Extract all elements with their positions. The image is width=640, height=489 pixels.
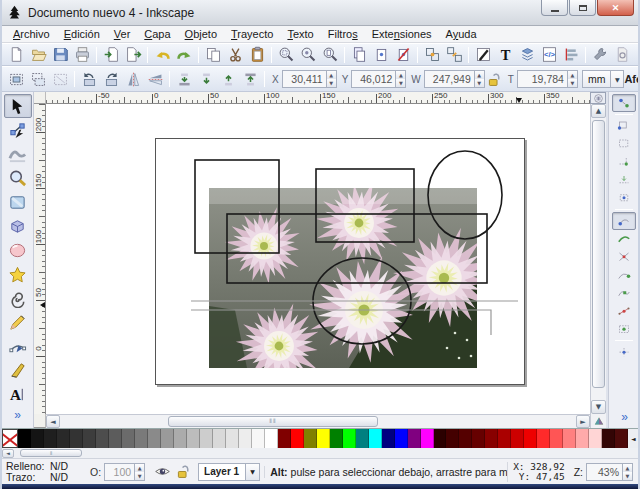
horizontal-scrollbar[interactable]: ◄ ⦀⦀ ►: [46, 414, 590, 428]
menu-filtros[interactable]: Filtros: [321, 27, 365, 41]
color-swatch-00ff00[interactable]: [343, 429, 356, 448]
lower-to-bottom-button[interactable]: [173, 69, 195, 89]
unlink-clone-button[interactable]: [392, 45, 414, 65]
color-swatch-e3e3e3[interactable]: [226, 429, 239, 448]
box-3d-tool[interactable]: [4, 214, 32, 238]
open-document-button[interactable]: [27, 45, 49, 65]
vertical-scroll-thumb[interactable]: [592, 120, 605, 388]
print-button[interactable]: [71, 45, 93, 65]
color-swatch-ee0000[interactable]: [524, 429, 537, 448]
x-input[interactable]: 30,411: [282, 70, 326, 88]
palette-scroll-left-arrow[interactable]: ◄: [2, 449, 14, 458]
layer-selector[interactable]: Layer 1 ▼: [198, 463, 260, 481]
menu-edicion[interactable]: Edición: [57, 27, 107, 41]
menu-ayuda[interactable]: Ayuda: [439, 27, 484, 41]
no-color-swatch[interactable]: [2, 429, 18, 448]
rotate-ccw-button[interactable]: [78, 69, 100, 89]
color-swatch-3d3d3d[interactable]: [83, 429, 96, 448]
snap-enable-button[interactable]: [612, 94, 636, 112]
color-swatch-808000[interactable]: [304, 429, 317, 448]
color-swatch-ffffff[interactable]: [265, 429, 278, 448]
select-all-layers-button[interactable]: [27, 69, 49, 89]
unit-selector[interactable]: mm▼: [582, 70, 625, 88]
undo-button[interactable]: [151, 45, 173, 65]
palette-scrollbar[interactable]: ◄ ⦀: [2, 448, 638, 458]
scroll-left-arrow[interactable]: ◄: [46, 415, 60, 428]
color-swatch-ff5555[interactable]: [550, 429, 563, 448]
sticky-zoom-toggle[interactable]: [590, 92, 606, 104]
layer-lock-icon[interactable]: [175, 463, 192, 480]
snap-smooth-nodes-button[interactable]: [612, 284, 636, 302]
color-swatch-ff2a2a[interactable]: [537, 429, 550, 448]
color-swatch-880000[interactable]: [485, 429, 498, 448]
rotate-cw-button[interactable]: [100, 69, 122, 89]
color-swatch-cc0000[interactable]: [511, 429, 524, 448]
color-swatch-ff00ff[interactable]: [421, 429, 434, 448]
menu-trayecto[interactable]: Trayecto: [224, 27, 280, 41]
snap-paths-button[interactable]: [612, 230, 636, 248]
t-input[interactable]: 19,784: [517, 70, 567, 88]
layers-dialog-button[interactable]: [516, 45, 538, 65]
color-swatch-ff8080[interactable]: [563, 429, 576, 448]
canvas-viewport[interactable]: [46, 104, 590, 414]
layer-dropdown-arrow[interactable]: ▼: [245, 464, 259, 480]
snap-object-centers-button[interactable]: [612, 320, 636, 338]
selector-tool[interactable]: [4, 94, 32, 118]
raise-to-top-button[interactable]: [239, 69, 261, 89]
layer-visibility-eye-icon[interactable]: [154, 463, 171, 480]
menu-archivo[interactable]: Archivo: [6, 27, 57, 41]
y-input[interactable]: 46,012: [351, 70, 395, 88]
spinner[interactable]: ▲▼: [567, 70, 578, 88]
palette-scroll-thumb[interactable]: ⦀: [20, 449, 82, 457]
document-properties-button[interactable]: [611, 45, 633, 65]
color-swatch-292929[interactable]: [57, 429, 70, 448]
color-swatch-1f1f1f[interactable]: [44, 429, 57, 448]
horizontal-ruler[interactable]: -50050100150200250300350: [46, 92, 590, 104]
color-swatch-000000[interactable]: [18, 429, 31, 448]
import-button[interactable]: [100, 45, 122, 65]
close-button[interactable]: ✕: [597, 0, 634, 16]
menu-extensiones[interactable]: Extensiones: [365, 27, 439, 41]
scroll-up-arrow[interactable]: ▲: [591, 104, 606, 118]
flip-horizontal-button[interactable]: [122, 69, 144, 89]
new-document-button[interactable]: [5, 45, 27, 65]
ellipse-tool[interactable]: [4, 238, 32, 262]
color-swatch-141414[interactable]: [31, 429, 44, 448]
fill-stroke-indicator[interactable]: Relleno: N/D Trazo: N/D: [6, 461, 80, 483]
zoom-selection-button[interactable]: [275, 45, 297, 65]
flip-vertical-button[interactable]: [144, 69, 166, 89]
zoom-input[interactable]: 43%: [586, 463, 622, 481]
maximize-button[interactable]: [569, 0, 596, 16]
color-swatch-0000ff[interactable]: [395, 429, 408, 448]
spinner[interactable]: ▲▼: [474, 70, 485, 88]
color-swatch-ffd5d5[interactable]: [589, 429, 602, 448]
tweak-tool[interactable]: [4, 142, 32, 166]
color-swatch-bcbcbc[interactable]: [187, 429, 200, 448]
vertical-scrollbar[interactable]: ▲ ▼: [590, 104, 606, 414]
color-swatch-ffaaaa[interactable]: [576, 429, 589, 448]
document-page[interactable]: [155, 138, 525, 385]
color-swatch-6b6b6b[interactable]: [122, 429, 135, 448]
color-swatch-000080[interactable]: [382, 429, 395, 448]
color-swatch-330505[interactable]: [602, 429, 615, 448]
snap-bbox-edges-button[interactable]: [612, 135, 636, 153]
snap-cusp-nodes-button[interactable]: [612, 266, 636, 284]
color-swatch-aa0000[interactable]: [498, 429, 511, 448]
scroll-right-arrow[interactable]: ►: [576, 415, 590, 428]
snap-path-intersections-button[interactable]: [612, 248, 636, 266]
horizontal-scroll-thumb[interactable]: ⦀⦀: [168, 416, 378, 427]
fill-stroke-dialog-button[interactable]: [472, 45, 494, 65]
color-swatch-ababab[interactable]: [174, 429, 187, 448]
toolbox-overflow-chevron[interactable]: »: [14, 408, 21, 422]
color-swatch-ff0000[interactable]: [291, 429, 304, 448]
snap-bbox-centers-button[interactable]: [612, 189, 636, 207]
snap-bbox-button[interactable]: [612, 117, 636, 135]
snap-midpoints-button[interactable]: [612, 302, 636, 320]
color-swatch-9a9a9a[interactable]: [161, 429, 174, 448]
calligraphy-tool[interactable]: [4, 358, 32, 382]
export-button[interactable]: [122, 45, 144, 65]
color-swatch-008080[interactable]: [356, 429, 369, 448]
zoom-tool[interactable]: [4, 166, 32, 190]
copy-button[interactable]: [202, 45, 224, 65]
select-all-button[interactable]: [5, 69, 27, 89]
